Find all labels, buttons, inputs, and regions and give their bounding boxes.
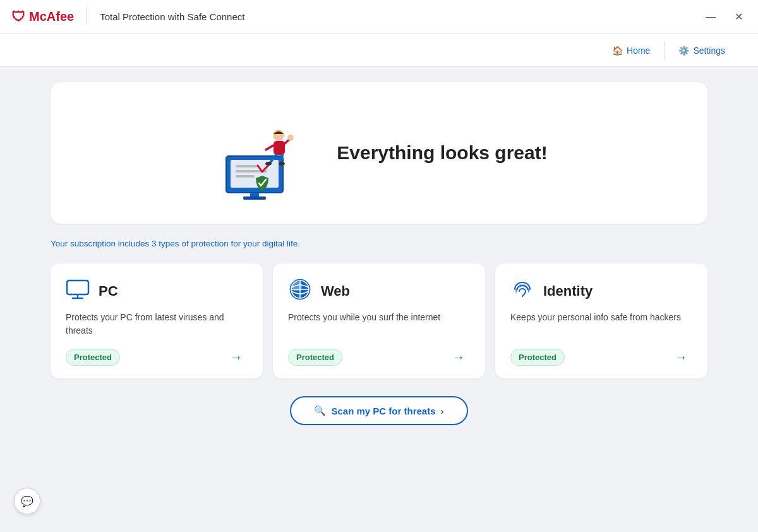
title-bar: 🛡 McAfee Total Protection with Safe Conn…: [0, 0, 758, 34]
support-icon: 💬: [21, 495, 33, 507]
home-label: Home: [627, 45, 650, 56]
settings-nav-item[interactable]: ⚙️ Settings: [665, 34, 739, 66]
settings-label: Settings: [693, 45, 725, 56]
svg-rect-4: [236, 175, 255, 178]
close-button[interactable]: ✕: [731, 8, 747, 25]
svg-point-15: [287, 135, 294, 141]
svg-line-13: [266, 145, 274, 150]
pc-protected-badge: Protected: [66, 349, 120, 366]
web-card: Web Protects you while you surf the inte…: [273, 263, 485, 378]
web-protected-badge: Protected: [288, 349, 342, 366]
subscription-text: Your subscription includes 3 types of pr…: [51, 239, 707, 248]
pc-card-title: PC: [99, 283, 118, 299]
pc-card-header: PC: [66, 277, 248, 305]
scan-button[interactable]: 🔍 Scan my PC for threats ›: [290, 396, 467, 425]
home-nav-item[interactable]: 🏠 Home: [598, 34, 664, 66]
pc-card-desc: Protects your PC from latest viruses and…: [66, 311, 248, 337]
pc-card: PC Protects your PC from latest viruses …: [51, 263, 263, 378]
svg-line-10: [281, 155, 282, 162]
hero-card: Everything looks great!: [51, 82, 707, 224]
app-name: Total Protection with Safe Connect: [100, 11, 244, 22]
identity-card-header: Identity: [510, 277, 692, 305]
web-card-header: Web: [288, 277, 470, 305]
identity-protected-badge: Protected: [510, 349, 565, 366]
title-bar-left: 🛡 McAfee Total Protection with Safe Conn…: [11, 9, 244, 25]
svg-point-12: [279, 162, 285, 166]
svg-rect-8: [274, 141, 285, 155]
pc-card-footer: Protected →: [66, 348, 248, 367]
scan-section: 🔍 Scan my PC for threats ›: [51, 396, 707, 425]
title-divider: [87, 9, 87, 25]
web-arrow-button[interactable]: →: [447, 348, 470, 367]
mcafee-logo-text: McAfee: [29, 9, 74, 24]
hero-illustration: [210, 102, 311, 203]
hero-headline: Everything looks great!: [337, 142, 547, 164]
svg-point-11: [265, 162, 272, 166]
web-icon: [288, 277, 312, 305]
web-card-title: Web: [321, 283, 350, 299]
nav-bar: 🏠 Home ⚙️ Settings: [0, 34, 758, 67]
scan-icon: 🔍: [314, 405, 326, 416]
home-icon: 🏠: [612, 45, 623, 56]
protection-grid: PC Protects your PC from latest viruses …: [51, 263, 707, 378]
identity-card-footer: Protected →: [510, 348, 692, 367]
identity-card-title: Identity: [543, 283, 593, 299]
identity-arrow-button[interactable]: →: [670, 348, 692, 367]
svg-rect-6: [243, 196, 266, 200]
scan-button-label: Scan my PC for threats: [331, 406, 435, 416]
window-controls: — ✕: [702, 8, 747, 25]
pc-arrow-button[interactable]: →: [225, 348, 248, 367]
main-content: Everything looks great! Your subscriptio…: [0, 67, 758, 532]
scan-arrow-icon: ›: [441, 406, 444, 416]
minimize-button[interactable]: —: [702, 9, 719, 25]
settings-icon: ⚙️: [678, 45, 689, 56]
mcafee-logo-icon: 🛡: [11, 9, 25, 25]
svg-point-7: [273, 130, 284, 141]
svg-rect-16: [67, 281, 88, 294]
web-card-desc: Protects you while you surf the internet: [288, 311, 470, 337]
support-button[interactable]: 💬: [14, 488, 40, 514]
mcafee-logo: 🛡 McAfee: [11, 9, 74, 25]
web-card-footer: Protected →: [288, 348, 470, 367]
identity-icon: [510, 277, 534, 305]
pc-icon: [66, 277, 90, 305]
svg-rect-2: [236, 165, 258, 167]
identity-card-desc: Keeps your personal info safe from hacke…: [510, 311, 692, 337]
identity-card: Identity Keeps your personal info safe f…: [495, 263, 707, 378]
